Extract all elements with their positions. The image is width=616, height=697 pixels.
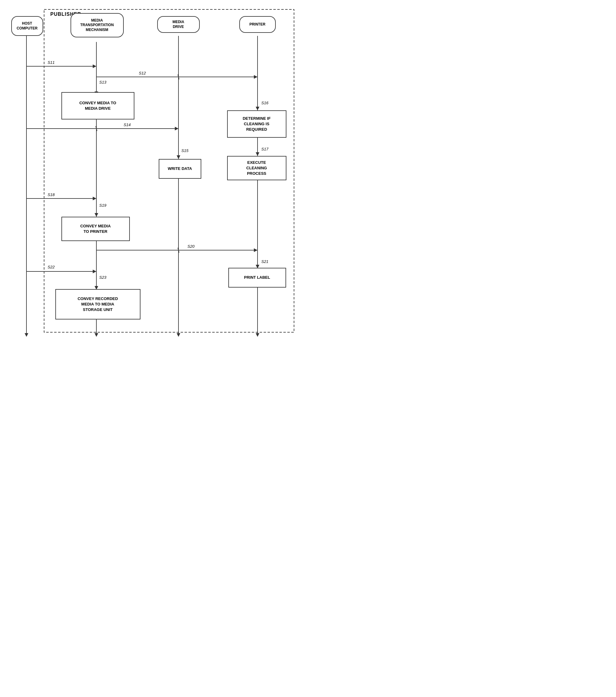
process-convey-media-to-drive: CONVEY MEDIA TO MEDIA DRIVE bbox=[61, 92, 134, 119]
step-s15: S15 bbox=[181, 148, 189, 153]
svg-marker-24 bbox=[254, 248, 258, 252]
step-s12: S12 bbox=[139, 71, 146, 75]
step-s16: S16 bbox=[262, 101, 268, 105]
process-execute-cleaning: EXECUTE CLEANING PROCESS bbox=[227, 156, 287, 180]
diagram: PUBLISHER HOST COMPUTER MEDIA TRANSPORTA… bbox=[8, 7, 300, 341]
actor-media-transport: MEDIA TRANSPORTATION MECHANISM bbox=[71, 13, 124, 38]
step-s20: S20 bbox=[188, 244, 195, 249]
process-print-label: PRINT LABEL bbox=[228, 268, 286, 287]
svg-marker-14 bbox=[177, 155, 180, 159]
process-convey-recorded: CONVEY RECORDED MEDIA TO MEDIA STORAGE U… bbox=[55, 289, 141, 320]
svg-marker-28 bbox=[93, 270, 97, 273]
step-s18: S18 bbox=[48, 192, 55, 197]
step-s21: S21 bbox=[262, 259, 268, 264]
svg-marker-20 bbox=[93, 197, 97, 200]
step-s22: S22 bbox=[48, 265, 55, 269]
svg-marker-8 bbox=[254, 75, 258, 79]
svg-marker-38 bbox=[256, 333, 259, 337]
svg-marker-18 bbox=[256, 152, 259, 156]
svg-marker-32 bbox=[25, 333, 28, 337]
step-s13: S13 bbox=[99, 80, 106, 85]
svg-marker-34 bbox=[94, 333, 98, 337]
step-s19: S19 bbox=[99, 203, 106, 208]
process-convey-to-printer: CONVEY MEDIA TO PRINTER bbox=[61, 217, 130, 241]
step-s14: S14 bbox=[124, 122, 131, 127]
process-write-data: WRITE DATA bbox=[159, 159, 201, 179]
step-s23: S23 bbox=[99, 275, 106, 280]
actor-host-computer: HOST COMPUTER bbox=[11, 16, 43, 36]
svg-marker-6 bbox=[93, 64, 97, 68]
svg-marker-16 bbox=[256, 107, 259, 110]
actor-media-drive: MEDIA DRIVE bbox=[157, 16, 200, 33]
actor-printer: PRINTER bbox=[239, 16, 276, 33]
step-s17: S17 bbox=[262, 147, 268, 151]
process-determine-cleaning: DETERMINE IF CLEANING IS REQUIRED bbox=[227, 110, 287, 138]
svg-marker-22 bbox=[94, 213, 98, 217]
step-s11: S11 bbox=[48, 60, 55, 65]
svg-marker-12 bbox=[175, 127, 178, 130]
svg-marker-36 bbox=[177, 333, 180, 337]
